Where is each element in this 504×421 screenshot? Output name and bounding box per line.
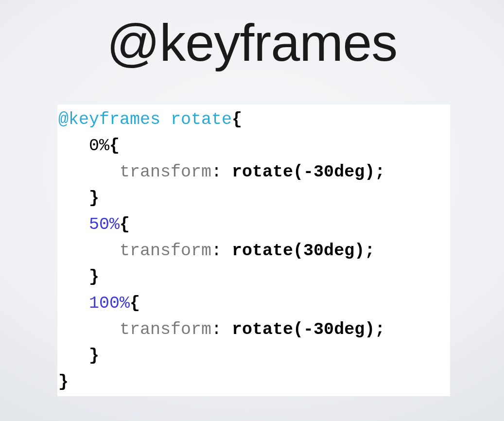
rule-open-1: { [120, 215, 130, 234]
code-line-close: } [58, 189, 99, 208]
code-snippet: @keyframes rotate{ 0%{ transform: rotate… [57, 105, 450, 396]
code-line-decl: transform: rotate(30deg); [58, 241, 375, 261]
code-line-close: } [58, 267, 99, 287]
selector-pct-2: % [120, 294, 130, 313]
selector-num-0: 0 [89, 136, 99, 156]
selector-num-1: 50 [89, 215, 109, 234]
colon-1: : [211, 241, 222, 261]
atrule-keyword: @keyframes [58, 110, 160, 129]
colon-0: : [211, 162, 222, 182]
rule-open-2: { [130, 294, 140, 313]
code-line-rule: 100%{ [58, 294, 140, 313]
selector-num-2: 100 [89, 294, 120, 313]
property-2: transform [120, 320, 211, 339]
selector-pct-1: % [109, 215, 120, 234]
code-line-rule: 0%{ [58, 136, 120, 156]
value-2: rotate(-30deg) [232, 320, 375, 339]
code-line-rule: 50%{ [58, 215, 130, 234]
slide-title: @keyframes [0, 12, 504, 73]
code-line-decl: transform: rotate(-30deg); [58, 320, 385, 339]
slide: @keyframes @keyframes rotate{ 0%{ transf… [0, 0, 504, 421]
value-0: rotate(-30deg) [232, 162, 375, 182]
rule-close-0: } [89, 189, 99, 208]
semicolon-1: ; [365, 241, 375, 261]
value-1: rotate(30deg) [232, 241, 365, 261]
semicolon-0: ; [375, 162, 385, 182]
property-1: transform [120, 241, 211, 261]
selector-pct-0: % [99, 136, 109, 156]
rule-close-1: } [89, 267, 99, 287]
rule-close-2: } [89, 346, 99, 366]
atrule-name: rotate [171, 110, 232, 129]
rule-open-0: { [109, 136, 120, 156]
property-0: transform [120, 162, 211, 182]
semicolon-2: ; [375, 320, 385, 339]
code-line-decl: transform: rotate(-30deg); [58, 162, 385, 182]
close-brace: } [58, 372, 69, 392]
open-brace: { [232, 110, 242, 129]
code-line-close: } [58, 346, 99, 366]
colon-2: : [211, 320, 222, 339]
